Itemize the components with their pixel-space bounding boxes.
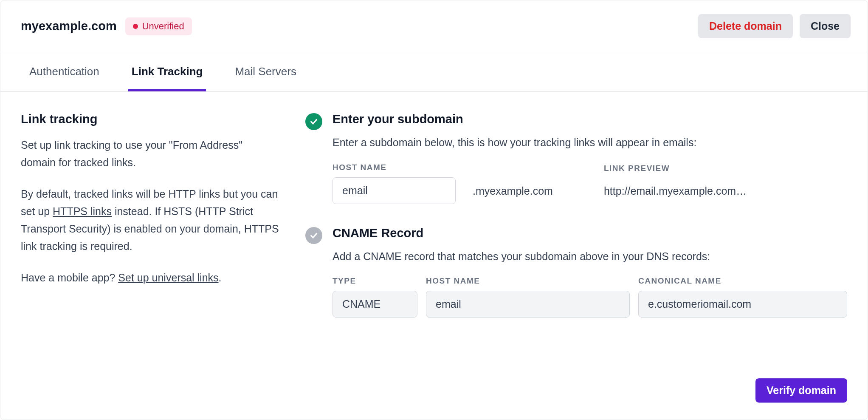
domain-name: myexample.com <box>21 19 117 33</box>
status-badge-label: Unverified <box>142 21 184 32</box>
verify-domain-button[interactable]: Verify domain <box>755 378 847 403</box>
content: Link tracking Set up link tracking to us… <box>0 92 868 420</box>
step-cname-desc: Add a CNAME record that matches your sub… <box>333 249 847 265</box>
link-preview-label: LINK PREVIEW <box>604 164 782 173</box>
status-badge: Unverified <box>125 17 192 35</box>
steps-column: Enter your subdomain Enter a subdomain b… <box>305 112 847 403</box>
https-links-link[interactable]: HTTPS links <box>53 205 112 217</box>
section-heading: Link tracking <box>21 112 280 126</box>
sidebar-description: Link tracking Set up link tracking to us… <box>21 112 280 403</box>
universal-links-link[interactable]: Set up universal links <box>118 272 218 284</box>
tabs: Authentication Link Tracking Mail Server… <box>0 52 868 92</box>
step-cname-title: CNAME Record <box>333 226 847 240</box>
domain-settings-panel: myexample.com Unverified Delete domain C… <box>0 0 868 420</box>
close-button[interactable]: Close <box>800 14 851 38</box>
cname-type-group: TYPE CNAME <box>333 276 417 318</box>
check-circle-pending-icon <box>305 227 322 244</box>
step-subdomain-desc: Enter a subdomain below, this is how you… <box>333 135 847 151</box>
link-preview-value: http://email.myexample.com… <box>604 178 782 204</box>
cname-type-value[interactable]: CNAME <box>333 291 417 318</box>
delete-domain-button[interactable]: Delete domain <box>698 14 793 38</box>
step-subdomain-title: Enter your subdomain <box>333 112 847 126</box>
cname-host-label: HOST NAME <box>426 276 630 286</box>
cname-canonical-group: CANONICAL NAME e.customeriomail.com <box>638 276 847 318</box>
host-name-label: HOST NAME <box>333 163 456 172</box>
host-name-group: HOST NAME <box>333 163 456 204</box>
header-left: myexample.com Unverified <box>21 17 192 35</box>
header-actions: Delete domain Close <box>698 14 851 38</box>
footer: Verify domain <box>305 378 847 403</box>
step-subdomain-body: Enter your subdomain Enter a subdomain b… <box>333 112 847 204</box>
panel-header: myexample.com Unverified Delete domain C… <box>0 0 868 52</box>
tab-authentication[interactable]: Authentication <box>26 52 103 91</box>
cname-type-label: TYPE <box>333 276 417 286</box>
link-preview-group: LINK PREVIEW http://email.myexample.com… <box>604 164 782 204</box>
cname-host-value[interactable]: email <box>426 291 630 318</box>
subdomain-field-row: HOST NAME .myexample.com LINK PREVIEW ht… <box>333 163 847 204</box>
step-subdomain: Enter your subdomain Enter a subdomain b… <box>305 112 847 204</box>
step-cname-body: CNAME Record Add a CNAME record that mat… <box>333 226 847 318</box>
check-circle-icon <box>305 113 322 130</box>
cname-canonical-value[interactable]: e.customeriomail.com <box>638 291 847 318</box>
domain-suffix: .myexample.com <box>473 185 553 204</box>
host-name-input[interactable] <box>333 177 456 204</box>
desc-paragraph-2: By default, tracked links will be HTTP l… <box>21 185 280 255</box>
cname-host-group: HOST NAME email <box>426 276 630 318</box>
step-cname: CNAME Record Add a CNAME record that mat… <box>305 226 847 318</box>
desc-paragraph-3: Have a mobile app? Set up universal link… <box>21 269 280 287</box>
status-dot-icon <box>133 24 138 29</box>
tab-mail-servers[interactable]: Mail Servers <box>231 52 299 91</box>
desc-paragraph-1: Set up link tracking to use your "From A… <box>21 136 280 172</box>
cname-field-row: TYPE CNAME HOST NAME email CANONICAL NAM… <box>333 276 847 318</box>
tab-link-tracking[interactable]: Link Tracking <box>128 52 206 91</box>
cname-canonical-label: CANONICAL NAME <box>638 276 847 286</box>
